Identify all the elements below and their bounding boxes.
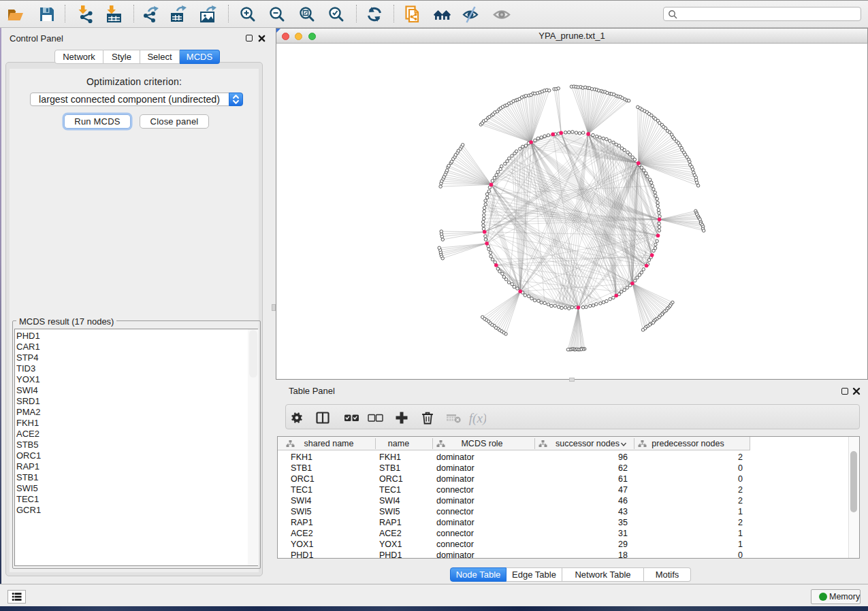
svg-text:f(x): f(x) <box>469 411 486 426</box>
